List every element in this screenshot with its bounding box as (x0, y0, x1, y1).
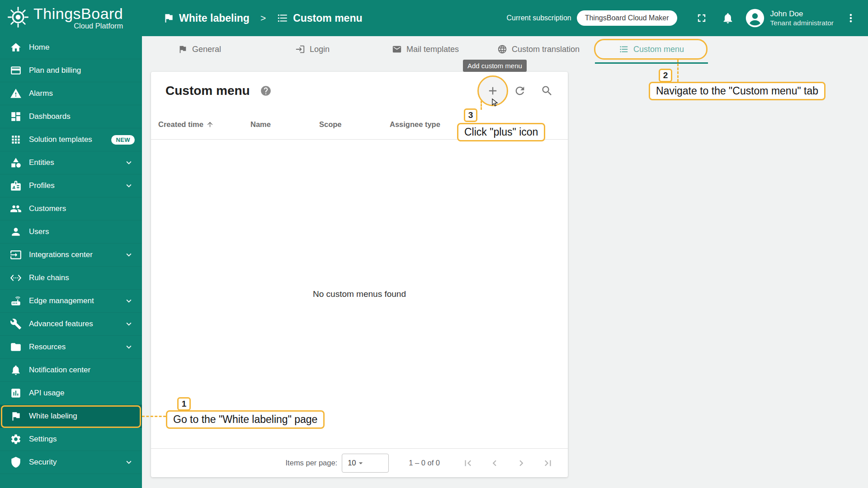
subscription-plan-chip: ThingsBoard Cloud Maker (577, 10, 677, 26)
sidebar-item-solution-templates[interactable]: Solution templates NEW (0, 128, 142, 151)
sidebar-item-profiles[interactable]: Profiles (0, 174, 142, 197)
sidebar-item-integrations-center[interactable]: Integrations center (0, 244, 142, 267)
app-logo[interactable]: ThingsBoard Cloud Platform (0, 0, 142, 36)
topbar: White labeling > Custom menu Current sub… (142, 0, 868, 36)
app-tagline: Cloud Platform (33, 22, 123, 30)
sidebar-item-rule-chains[interactable]: Rule chains (0, 267, 142, 290)
sort-ascending-icon (206, 121, 214, 128)
flag-icon (163, 12, 175, 24)
sidebar-item-api-usage[interactable]: API usage (0, 382, 142, 405)
mail-icon (392, 44, 402, 54)
sidebar-item-customers[interactable]: Customers (0, 197, 142, 221)
sidebar-item-users[interactable]: Users (0, 221, 142, 244)
user-role: Tenant administrator (770, 19, 834, 27)
pagination-range: 1 – 0 of 0 (409, 459, 440, 467)
kebab-icon (844, 12, 857, 24)
more-menu-button[interactable] (841, 8, 861, 28)
input-icon (10, 249, 22, 261)
avatar[interactable] (745, 8, 765, 28)
chevron-down-icon (124, 250, 134, 260)
badge-icon (10, 180, 22, 192)
first-page-icon (462, 457, 474, 469)
tab-general[interactable]: General (143, 36, 256, 64)
breadcrumb-separator: > (260, 13, 266, 23)
sidebar-item-notification-center[interactable]: Notification center (0, 359, 142, 382)
mouse-cursor-icon (490, 98, 501, 108)
empty-table-message: No custom menus found (313, 289, 406, 299)
sidebar-item-plan-and-billing[interactable]: Plan and billing (0, 59, 142, 82)
annotation-step2-label: Navigate to the "Custom menu" tab (649, 82, 826, 100)
fullscreen-button[interactable] (692, 8, 712, 28)
sidebar-item-advanced-features[interactable]: Advanced features (0, 313, 142, 336)
shield-icon (10, 456, 22, 468)
help-icon (260, 85, 272, 97)
annotation-connector-step1 (142, 416, 166, 417)
tools-icon (10, 318, 22, 330)
credit-card-icon (10, 65, 22, 76)
person-icon (10, 226, 22, 238)
new-badge: NEW (111, 135, 135, 145)
help-button[interactable] (259, 84, 273, 98)
annotation-highlight-custom-menu-tab (594, 39, 708, 60)
chart-icon (10, 387, 22, 399)
dashboard-icon (10, 111, 22, 122)
search-button[interactable] (537, 81, 557, 101)
next-page-button[interactable] (511, 453, 531, 473)
first-page-button[interactable] (458, 453, 478, 473)
last-page-button[interactable] (538, 453, 558, 473)
notifications-button[interactable] (718, 8, 738, 28)
user-name: John Doe (770, 9, 834, 19)
fullscreen-icon (695, 12, 708, 24)
sidebar-item-settings[interactable]: Settings (0, 428, 142, 451)
router-icon (10, 295, 22, 307)
refresh-button[interactable] (510, 81, 530, 101)
annotation-connector-step3 (481, 101, 482, 110)
thingsboard-bug-icon (6, 5, 30, 31)
page-title: Custom menu (165, 84, 250, 98)
chevron-left-icon (489, 457, 500, 469)
previous-page-button[interactable] (485, 453, 505, 473)
chevron-right-icon (515, 457, 527, 469)
sidebar-item-alarms[interactable]: Alarms (0, 82, 142, 105)
people-icon (10, 203, 22, 215)
annotation-step3-label: Click "plus" icon (457, 123, 545, 141)
bell-icon (10, 364, 22, 376)
chevron-down-icon (124, 457, 134, 467)
breadcrumb: White labeling > Custom menu (163, 12, 363, 24)
caret-down-icon (356, 459, 365, 468)
refresh-icon (514, 84, 526, 97)
user-info: John Doe Tenant administrator (770, 9, 834, 28)
list-icon (277, 12, 288, 24)
sidebar-item-dashboards[interactable]: Dashboards (0, 105, 142, 128)
topbar-right: Current subscription ThingsBoard Cloud M… (507, 8, 861, 28)
annotation-step2-badge: 2 (659, 69, 672, 82)
home-icon (10, 42, 22, 53)
annotation-step3-badge: 3 (464, 108, 477, 122)
tab-login[interactable]: Login (256, 36, 369, 64)
breadcrumb-parent[interactable]: White labeling (179, 12, 250, 24)
sidebar-item-resources[interactable]: Resources (0, 336, 142, 359)
search-icon (541, 84, 553, 97)
sidebar-item-home[interactable]: Home (0, 36, 142, 59)
subscription-label: Current subscription (507, 14, 571, 22)
column-name[interactable]: Name (250, 120, 319, 129)
rule-chain-icon (10, 272, 22, 284)
items-per-page-select[interactable]: 10 (342, 454, 389, 473)
sidebar-item-security[interactable]: Security (0, 451, 142, 474)
chevron-down-icon (124, 158, 134, 168)
sidebar-item-entities[interactable]: Entities (0, 151, 142, 174)
chevron-down-icon (124, 296, 134, 306)
category-icon (10, 157, 22, 169)
items-per-page-label: Items per page: (286, 459, 338, 467)
column-created-time[interactable]: Created time (158, 120, 250, 129)
add-custom-menu-tooltip: Add custom menu (463, 60, 527, 72)
annotation-step1-label: Go to the "White labeling" page (166, 410, 325, 429)
column-scope[interactable]: Scope (319, 120, 390, 129)
folder-icon (10, 341, 22, 353)
chevron-down-icon (124, 181, 134, 191)
chevron-down-icon (124, 319, 134, 329)
annotation-connector-step2 (677, 60, 679, 82)
chevron-down-icon (124, 342, 134, 352)
sidebar-item-edge-management[interactable]: Edge management (0, 290, 142, 313)
table-body: No custom menus found (151, 140, 568, 448)
